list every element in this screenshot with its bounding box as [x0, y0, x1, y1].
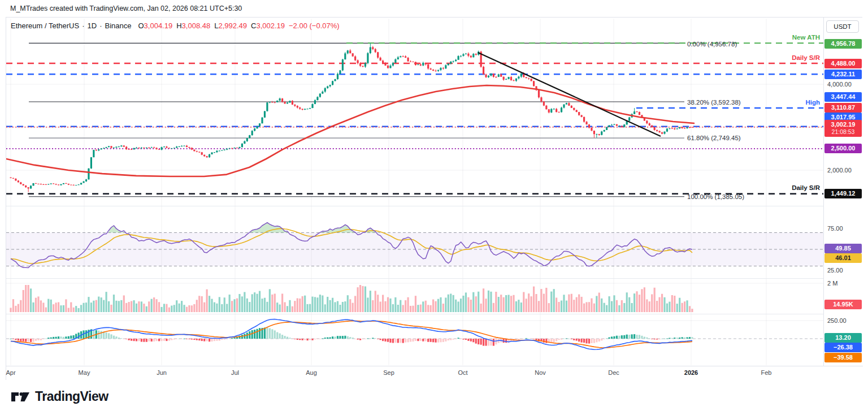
level-line-label: High — [805, 99, 820, 106]
price-badge: 49.85 — [824, 244, 862, 253]
ohlc-item: O3,004.19 — [138, 21, 172, 30]
tradingview-logo[interactable]: TradingView — [10, 389, 108, 404]
chart-container: Ethereum / TetherUS·1D·BinanceO3,004.19H… — [6, 17, 862, 380]
symbol-legend[interactable]: Ethereum / TetherUS·1D·BinanceO3,004.19H… — [11, 21, 340, 30]
watermark-credit: M_MTrades created with TradingView.com, … — [10, 5, 242, 12]
pane-separator[interactable] — [6, 278, 863, 279]
axis-price-label: 4,000.00 — [827, 81, 852, 88]
price-badge: 4,956.78 — [824, 39, 862, 49]
price-badge: 46.01 — [824, 253, 862, 263]
time-axis-label: Apr — [6, 369, 15, 376]
axis-price-label: 75.00 — [827, 225, 843, 232]
fib-level-label: 0.00% (4,956.78) — [687, 41, 737, 47]
time-axis-label: Aug — [306, 369, 317, 376]
ohlc-item: L2,992.49 — [214, 21, 247, 30]
price-badge: 4,488.00 — [824, 59, 862, 68]
price-badge: 4,232.11 — [824, 70, 862, 79]
fib-level-label: 61.80% (2,749.45) — [687, 135, 741, 141]
time-axis-label: Sep — [383, 369, 394, 376]
change-value: −2.00 (−0.07%) — [289, 21, 340, 30]
ohlc-values: O3,004.19H3,008.48L2,992.49C3,002.19 — [134, 21, 285, 30]
top-toolbar: M_MTrades created with TradingView.com, … — [0, 0, 868, 17]
price-badge: −26.38 — [824, 343, 862, 352]
axis-price-label: 25.00 — [827, 267, 843, 274]
price-badge: 3,110.87 — [824, 103, 862, 113]
currency-toggle-button[interactable]: USDT — [826, 20, 859, 33]
axis-price-label: 2 M — [827, 280, 837, 287]
price-badge: 13.20 — [824, 333, 862, 343]
time-axis-label: May — [79, 369, 90, 376]
time-axis-label: Feb — [761, 369, 772, 376]
page-footer: TradingView — [0, 380, 868, 415]
price-badge: 2,500.00 — [824, 144, 862, 153]
price-scale[interactable]: USDT 4,956.784,488.004,232.113,447.443,1… — [823, 18, 863, 366]
price-badge: −39.58 — [824, 353, 862, 362]
price-badge: 1,449.12 — [824, 189, 862, 198]
level-line-label: New ATH — [792, 34, 820, 41]
time-axis-label: Dec — [608, 369, 619, 376]
time-axis-label: Jun — [157, 369, 167, 376]
time-axis-label: Jul — [231, 369, 239, 376]
symbol-title: Ethereum / TetherUS — [11, 21, 79, 30]
axis-price-label: 2,000.00 — [827, 167, 852, 174]
time-axis[interactable]: AprMayJunJulAugSepOctNovDec2026Feb — [6, 366, 863, 381]
level-line-label: Daily S/R — [792, 54, 820, 61]
pane-separator[interactable] — [6, 206, 863, 206]
price-badge: 14.95K — [824, 300, 862, 309]
price-badge: 3,002.1921:08:53 — [824, 120, 862, 137]
fib-level-label: 38.20% (3,592.38) — [687, 99, 741, 106]
time-axis-label: Oct — [458, 369, 467, 376]
pane-separator[interactable] — [6, 314, 863, 314]
exchange-label: Binance — [105, 21, 131, 30]
ohlc-item: H3,008.48 — [176, 21, 210, 30]
time-axis-label: Nov — [535, 369, 546, 376]
price-badge: 3,447.44 — [824, 92, 862, 102]
interval-label: 1D — [88, 21, 97, 30]
ohlc-item: C3,002.19 — [251, 21, 285, 30]
time-axis-label: 2026 — [684, 369, 698, 376]
fib-level-label: 100.00% (1,385.05) — [687, 193, 744, 200]
tradingview-logo-text: TradingView — [35, 389, 108, 404]
tradingview-logo-icon — [10, 390, 31, 404]
axis-price-label: 250.00 — [827, 317, 847, 324]
level-line-label: Daily S/R — [792, 184, 820, 191]
